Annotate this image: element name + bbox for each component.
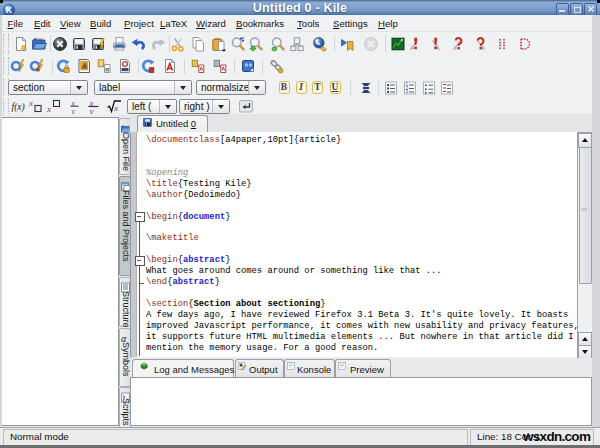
svg-text:y: y bbox=[88, 106, 93, 114]
svg-text:K: K bbox=[6, 5, 13, 15]
svg-text:x: x bbox=[46, 104, 51, 114]
svg-text:y: y bbox=[70, 107, 75, 115]
svg-text:x: x bbox=[113, 103, 118, 113]
svg-text:f(x): f(x) bbox=[11, 102, 24, 113]
svg-text:x: x bbox=[28, 98, 33, 108]
svg-text:3: 3 bbox=[406, 89, 409, 94]
